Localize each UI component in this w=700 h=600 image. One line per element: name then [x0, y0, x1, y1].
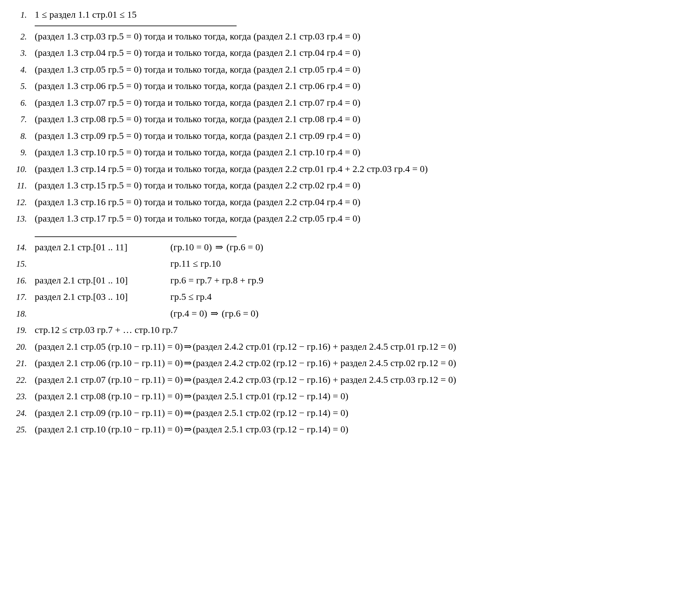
- rule-row: 21.(раздел 2.1 стр.06 (гр.10 − гр.11) = …: [9, 355, 691, 371]
- row-content: (раздел 1.3 стр.15 гр.5 = 0) тогда и тол…: [35, 177, 360, 194]
- row-number: 10.: [9, 162, 35, 177]
- condition-column: гр.11 ≤ гр.10: [170, 255, 221, 272]
- row-number: 3.: [9, 46, 35, 61]
- row-number: 1.: [9, 7, 35, 22]
- row-number: 25.: [9, 422, 35, 437]
- block-3: 14.раздел 2.1 стр.[01 .. 11](гр.10 = 0) …: [9, 239, 691, 322]
- rule-row: 12.(раздел 1.3 стр.16 гр.5 = 0) тогда и …: [9, 194, 691, 211]
- rule-row: 22.(раздел 2.1 стр.07 (гр.10 − гр.11) = …: [9, 371, 691, 388]
- rule-row: 1.1 ≤ раздел 1.1 стр.01 ≤ 15: [9, 6, 691, 23]
- row-number: 8.: [9, 129, 35, 144]
- rule-row: 10.(раздел 1.3 стр.14 гр.5 = 0) тогда и …: [9, 161, 691, 177]
- implies-symbol: ⇒: [214, 241, 224, 253]
- implies-symbol: ⇒: [183, 405, 193, 422]
- row-content: раздел 2.1 стр.[03 .. 10]гр.5 ≤ гр.4: [35, 288, 212, 305]
- rule-row: 25.(раздел 2.1 стр.10 (гр.10 − гр.11) = …: [9, 421, 691, 438]
- divider-line: [35, 236, 236, 237]
- row-content: стр.12 ≤ стр.03 гр.7 + … стр.10 гр.7: [35, 321, 178, 338]
- scope-column: раздел 2.1 стр.[01 .. 10]: [35, 272, 170, 289]
- row-number: 24.: [9, 406, 35, 421]
- row-number: 17.: [9, 290, 35, 305]
- block-1: 1.1 ≤ раздел 1.1 стр.01 ≤ 15: [9, 6, 691, 23]
- implies-symbol: ⇒: [209, 308, 219, 319]
- rule-row: 14.раздел 2.1 стр.[01 .. 11](гр.10 = 0) …: [9, 239, 691, 256]
- row-number: 14.: [9, 240, 35, 255]
- row-number: 19.: [9, 323, 35, 338]
- section-divider: [9, 23, 691, 28]
- row-number: 4.: [9, 63, 35, 77]
- rule-row: 11.(раздел 1.3 стр.15 гр.5 = 0) тогда и …: [9, 177, 691, 194]
- document-root: 1.1 ≤ раздел 1.1 стр.01 ≤ 152.(раздел 1.…: [9, 6, 691, 438]
- row-content: (раздел 2.1 стр.08 (гр.10 − гр.11) = 0) …: [35, 388, 348, 405]
- row-content: раздел 2.1 стр.[01 .. 10]гр.6 = гр.7 + г…: [35, 272, 264, 289]
- rule-row: 18.(гр.4 = 0) ⇒ (гр.6 = 0): [9, 305, 691, 322]
- rule-row: 6.(раздел 1.3 стр.07 гр.5 = 0) тогда и т…: [9, 94, 691, 111]
- section-divider: [9, 234, 691, 239]
- row-content: (раздел 2.1 стр.10 (гр.10 − гр.11) = 0) …: [35, 421, 348, 438]
- row-content: (раздел 1.3 стр.05 гр.5 = 0) тогда и тол…: [35, 61, 360, 78]
- implies-symbol: ⇒: [183, 338, 193, 355]
- row-number: 22.: [9, 373, 35, 388]
- condition-column: гр.6 = гр.7 + гр.8 + гр.9: [170, 272, 264, 289]
- row-content: (раздел 2.1 стр.09 (гр.10 − гр.11) = 0) …: [35, 405, 348, 422]
- rule-row: 20.(раздел 2.1 стр.05 (гр.10 − гр.11) = …: [9, 338, 691, 355]
- row-number: 12.: [9, 195, 35, 210]
- row-content: 1 ≤ раздел 1.1 стр.01 ≤ 15: [35, 6, 136, 23]
- rule-row: 4.(раздел 1.3 стр.05 гр.5 = 0) тогда и т…: [9, 61, 691, 78]
- row-number: 20.: [9, 340, 35, 355]
- row-content: (гр.4 = 0) ⇒ (гр.6 = 0): [35, 305, 259, 322]
- rule-row: 23.(раздел 2.1 стр.08 (гр.10 − гр.11) = …: [9, 388, 691, 405]
- condition-column: гр.5 ≤ гр.4: [170, 288, 212, 305]
- row-content: (раздел 1.3 стр.04 гр.5 = 0) тогда и тол…: [35, 45, 360, 61]
- row-content: (раздел 2.1 стр.07 (гр.10 − гр.11) = 0) …: [35, 371, 456, 388]
- row-number: 15.: [9, 257, 35, 271]
- condition-column: (гр.4 = 0) ⇒ (гр.6 = 0): [170, 305, 259, 322]
- scope-column: раздел 2.1 стр.[01 .. 11]: [35, 239, 170, 256]
- rule-row: 16.раздел 2.1 стр.[01 .. 10]гр.6 = гр.7 …: [9, 272, 691, 289]
- rule-row: 24.(раздел 2.1 стр.09 (гр.10 − гр.11) = …: [9, 405, 691, 422]
- row-number: 5.: [9, 79, 35, 94]
- row-content: (раздел 1.3 стр.06 гр.5 = 0) тогда и тол…: [35, 78, 360, 94]
- row-content: (раздел 1.3 стр.08 гр.5 = 0) тогда и тол…: [35, 111, 360, 127]
- row-content: (раздел 1.3 стр.16 гр.5 = 0) тогда и тол…: [35, 194, 360, 211]
- spacer: [9, 227, 691, 234]
- row-content: (раздел 2.1 стр.06 (гр.10 − гр.11) = 0) …: [35, 355, 456, 371]
- implies-symbol: ⇒: [183, 371, 193, 388]
- rule-row: 15.гр.11 ≤ гр.10: [9, 255, 691, 272]
- implies-symbol: ⇒: [183, 355, 193, 371]
- row-number: 11.: [9, 178, 35, 193]
- row-number: 2.: [9, 29, 35, 44]
- rule-row: 5.(раздел 1.3 стр.06 гр.5 = 0) тогда и т…: [9, 78, 691, 94]
- divider-line: [35, 26, 236, 26]
- row-content: (раздел 1.3 стр.03 гр.5 = 0) тогда и тол…: [35, 28, 360, 45]
- block-2: 2.(раздел 1.3 стр.03 гр.5 = 0) тогда и т…: [9, 28, 691, 227]
- rule-row: 13.(раздел 1.3 стр.17 гр.5 = 0) тогда и …: [9, 210, 691, 227]
- condition-column: (гр.10 = 0) ⇒ (гр.6 = 0): [170, 239, 264, 256]
- rule-row: 8.(раздел 1.3 стр.09 гр.5 = 0) тогда и т…: [9, 127, 691, 144]
- row-number: 21.: [9, 356, 35, 371]
- row-number: 13.: [9, 212, 35, 226]
- row-content: (раздел 1.3 стр.14 гр.5 = 0) тогда и тол…: [35, 161, 428, 177]
- implies-symbol: ⇒: [183, 388, 193, 405]
- row-content: (раздел 1.3 стр.09 гр.5 = 0) тогда и тол…: [35, 127, 360, 144]
- implies-symbol: ⇒: [183, 421, 193, 438]
- rule-row: 3.(раздел 1.3 стр.04 гр.5 = 0) тогда и т…: [9, 45, 691, 61]
- scope-column: раздел 2.1 стр.[03 .. 10]: [35, 288, 170, 305]
- row-content: раздел 2.1 стр.[01 .. 11](гр.10 = 0) ⇒ (…: [35, 239, 264, 256]
- row-number: 9.: [9, 145, 35, 160]
- rule-row: 19.стр.12 ≤ стр.03 гр.7 + … стр.10 гр.7: [9, 321, 691, 338]
- row-number: 18.: [9, 307, 35, 321]
- block-4: 19.стр.12 ≤ стр.03 гр.7 + … стр.10 гр.72…: [9, 321, 691, 438]
- rule-row: 7.(раздел 1.3 стр.08 гр.5 = 0) тогда и т…: [9, 111, 691, 127]
- row-content: (раздел 1.3 стр.17 гр.5 = 0) тогда и тол…: [35, 210, 360, 227]
- row-content: (раздел 2.1 стр.05 (гр.10 − гр.11) = 0) …: [35, 338, 456, 355]
- rule-row: 9.(раздел 1.3 стр.10 гр.5 = 0) тогда и т…: [9, 144, 691, 161]
- row-content: (раздел 1.3 стр.07 гр.5 = 0) тогда и тол…: [35, 94, 360, 111]
- row-number: 7.: [9, 112, 35, 127]
- row-number: 16.: [9, 273, 35, 288]
- rule-row: 2.(раздел 1.3 стр.03 гр.5 = 0) тогда и т…: [9, 28, 691, 45]
- row-number: 6.: [9, 96, 35, 111]
- row-content: гр.11 ≤ гр.10: [35, 255, 221, 272]
- rule-row: 17.раздел 2.1 стр.[03 .. 10]гр.5 ≤ гр.4: [9, 288, 691, 305]
- row-content: (раздел 1.3 стр.10 гр.5 = 0) тогда и тол…: [35, 144, 360, 161]
